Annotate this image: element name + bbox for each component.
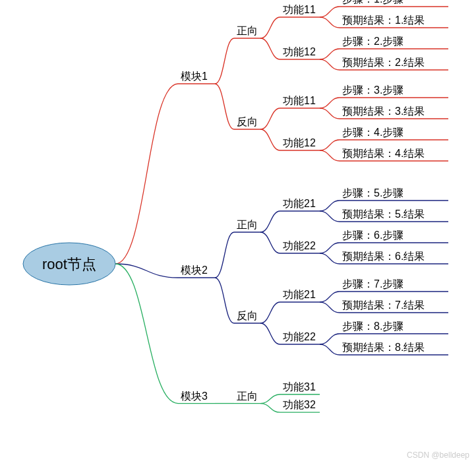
feature-label: 功能32: [283, 399, 316, 410]
module-label: 模块3: [181, 390, 208, 402]
leaf-steps: 步骤：4.步骤: [342, 127, 403, 138]
leaf-steps: 步骤：7.步骤: [342, 278, 403, 290]
leaf-expected: 预期结果：6.结果: [342, 251, 425, 262]
leaf-expected: 预期结果：2.结果: [342, 57, 425, 68]
direction-label: 正向: [237, 25, 258, 36]
feature-label: 功能11: [283, 95, 316, 106]
leaf-expected: 预期结果：1.结果: [342, 15, 425, 26]
root-label: root节点: [42, 256, 96, 272]
feature-label: 功能11: [283, 4, 316, 15]
leaf-expected: 预期结果：5.结果: [342, 208, 425, 220]
leaf-expected: 预期结果：8.结果: [342, 342, 425, 353]
direction-label: 正向: [237, 390, 258, 402]
feature-label: 功能21: [283, 198, 316, 209]
module-label: 模块2: [181, 264, 208, 276]
leaf-steps: 步骤：2.步骤: [342, 36, 403, 47]
feature-label: 功能12: [283, 46, 316, 57]
leaf-expected: 预期结果：4.结果: [342, 148, 425, 159]
direction-label: 反向: [237, 116, 258, 127]
feature-label: 功能12: [283, 137, 316, 148]
leaf-steps: 步骤：8.步骤: [342, 321, 403, 332]
feature-label: 功能22: [283, 240, 316, 251]
direction-label: 正向: [237, 219, 258, 230]
feature-label: 功能21: [283, 289, 316, 300]
leaf-steps: 步骤：1.步骤: [342, 0, 403, 5]
feature-label: 功能22: [283, 331, 316, 342]
leaf-steps: 步骤：6.步骤: [342, 230, 403, 241]
leaf-steps: 步骤：5.步骤: [342, 187, 403, 199]
feature-label: 功能31: [283, 381, 316, 392]
module-label: 模块1: [181, 71, 208, 82]
mindmap-svg: root节点 步骤：1.步骤预期结果：1.结果功能11步骤：2.步骤预期结果：2…: [0, 0, 476, 465]
leaf-expected: 预期结果：7.结果: [342, 299, 425, 311]
direction-label: 反向: [237, 310, 258, 321]
leaf-steps: 步骤：3.步骤: [342, 84, 403, 96]
watermark: CSDN @belldeep: [407, 450, 469, 460]
leaf-expected: 预期结果：3.结果: [342, 106, 425, 117]
